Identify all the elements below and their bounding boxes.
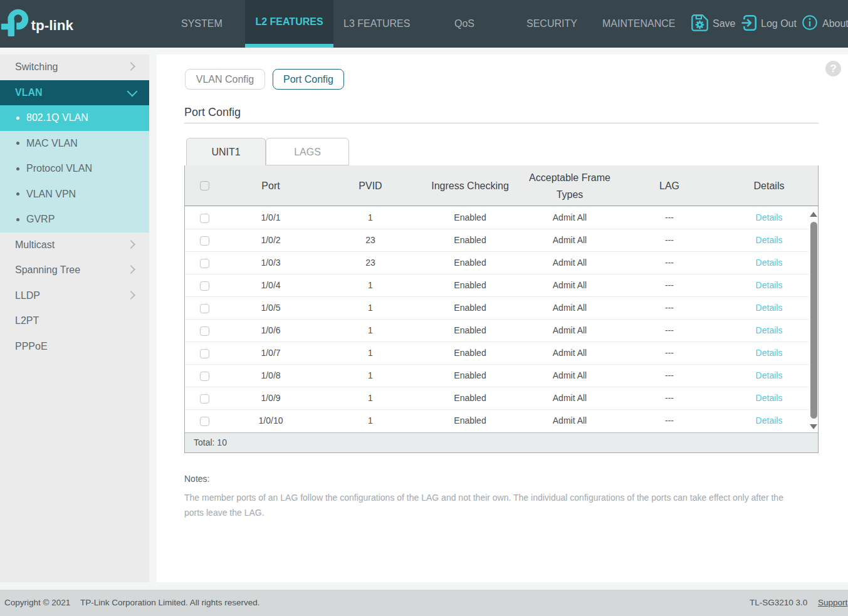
svg-text:tp-link: tp-link — [31, 18, 74, 33]
